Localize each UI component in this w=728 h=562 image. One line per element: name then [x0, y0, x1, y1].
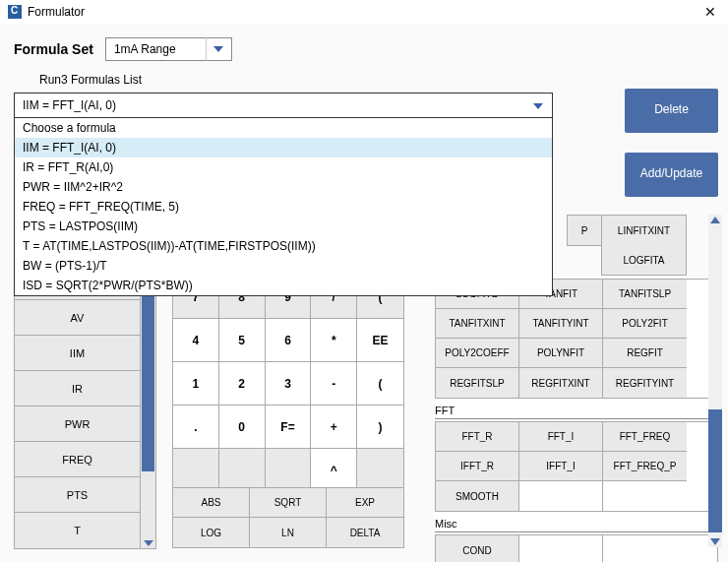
keypad-empty: [219, 449, 266, 492]
fn-tanfitxint[interactable]: TANFITXINT: [436, 309, 519, 339]
keypad-key[interactable]: 2: [219, 362, 266, 406]
formula-option[interactable]: FREQ = FFT_FREQ(TIME, 5): [15, 197, 552, 217]
formula-option[interactable]: IIM = FFT_I(AI, 0): [15, 138, 552, 157]
chevron-down-icon[interactable]: [206, 37, 231, 61]
formula-option[interactable]: T = AT(TIME,LASTPOS(IIM))-AT(TIME,FIRSTP…: [15, 236, 552, 256]
keypad-key[interactable]: 6: [266, 319, 312, 362]
chevron-down-icon[interactable]: [524, 94, 552, 119]
fn-tanfityint[interactable]: TANFITYINT: [519, 309, 603, 339]
fn-poly2fit[interactable]: POLY2FIT: [603, 309, 687, 339]
keypad-key[interactable]: -: [311, 362, 357, 406]
formula-set-label: Formula Set: [14, 41, 93, 57]
fn-fft_freq_p[interactable]: FFT_FREQ_P: [603, 452, 687, 481]
fn-exp[interactable]: EXP: [327, 488, 403, 518]
fn-smooth[interactable]: SMOOTH: [436, 481, 519, 511]
formula-dropdown[interactable]: Choose a formulaIIM = FFT_I(AI, 0)IR = F…: [14, 117, 553, 296]
fn-polynfit[interactable]: POLYNFIT: [519, 339, 603, 368]
fft-functions-grid: FFT_RFFT_IFFT_FREQIFFT_RIFFT_IFFT_FREQ_P…: [435, 421, 718, 512]
keypad-key[interactable]: 3: [266, 362, 312, 406]
fn-poly2coeff[interactable]: POLY2COEFF: [436, 339, 519, 368]
formula-option[interactable]: IR = FFT_R(AI,0): [15, 157, 552, 177]
misc-functions-grid: COND: [435, 534, 718, 562]
variable-item[interactable]: PWR: [15, 406, 140, 442]
fn-log[interactable]: LOG: [173, 518, 250, 547]
keypad-key[interactable]: EE: [357, 319, 403, 362]
keypad-key[interactable]: (: [357, 362, 403, 406]
fn-ifft_r[interactable]: IFFT_R: [436, 452, 519, 481]
window-title: Formulator: [28, 5, 85, 19]
variable-list: AIAVIIMIRPWRFREQPTST: [14, 264, 156, 549]
variable-item[interactable]: FREQ: [15, 442, 140, 477]
delete-button[interactable]: Delete: [625, 89, 718, 133]
fn-regfit[interactable]: REGFIT: [603, 339, 687, 368]
fn-empty: [603, 481, 687, 511]
misc-section-label: Misc: [435, 516, 718, 532]
formula-select[interactable]: IIM = FFT_I(AI, 0): [14, 93, 553, 118]
basic-functions: ABSSQRTEXPLOGLNDELTA: [172, 487, 404, 548]
fn-regfityint[interactable]: REGFITYINT: [603, 368, 687, 398]
fn-cell[interactable]: LOGFITA: [601, 245, 687, 276]
formula-option[interactable]: BW = (PTS-1)/T: [15, 256, 552, 276]
formula-option[interactable]: PTS = LASTPOS(IIM): [15, 217, 552, 236]
app-icon: [8, 5, 22, 19]
keypad-empty: [357, 449, 403, 492]
fn-delta[interactable]: DELTA: [327, 518, 403, 547]
variable-item[interactable]: AV: [15, 300, 140, 336]
fn-ifft_i[interactable]: IFFT_I: [519, 452, 603, 481]
fn-ln[interactable]: LN: [250, 518, 327, 547]
fft-section-label: FFT: [435, 403, 718, 419]
fn-fft_i[interactable]: FFT_I: [519, 422, 603, 452]
formulas-list-label: Run3 Formulas List: [0, 67, 728, 93]
fn-empty: [519, 535, 603, 562]
keypad-empty: [266, 449, 312, 492]
formula-option[interactable]: PWR = IIM^2+IR^2: [15, 177, 552, 197]
formula-current: IIM = FFT_I(AI, 0): [15, 94, 524, 117]
title-bar: Formulator ✕: [0, 0, 728, 24]
formula-option[interactable]: Choose a formula: [15, 118, 552, 138]
right-scrollbar[interactable]: [708, 215, 722, 547]
keypad-empty: [173, 449, 219, 492]
formula-set-select[interactable]: 1mA Range: [105, 37, 232, 61]
formula-set-value: 1mA Range: [106, 42, 206, 56]
keypad-key[interactable]: +: [311, 406, 357, 449]
fn-sqrt[interactable]: SQRT: [250, 488, 327, 518]
keypad-key[interactable]: .: [173, 406, 219, 449]
fn-abs[interactable]: ABS: [173, 488, 250, 518]
add-update-button[interactable]: Add/Update: [625, 153, 718, 197]
fn-fft_freq[interactable]: FFT_FREQ: [603, 422, 687, 452]
keypad-key[interactable]: *: [311, 319, 357, 362]
variable-item[interactable]: PTS: [15, 477, 140, 513]
arrow-down-icon[interactable]: [710, 538, 720, 545]
fn-empty: [519, 481, 603, 511]
fn-tanfitslp[interactable]: TANFITSLP: [603, 280, 687, 309]
variable-item[interactable]: T: [15, 513, 140, 548]
formula-option[interactable]: ISD = SQRT(2*PWR/(PTS*BW)): [15, 276, 552, 295]
fn-regfitslp[interactable]: REGFITSLP: [436, 368, 519, 398]
fn-empty: [603, 535, 687, 562]
variable-scrollbar[interactable]: [140, 265, 155, 548]
keypad-key[interactable]: F=: [266, 406, 312, 449]
keypad-key[interactable]: ): [357, 406, 403, 449]
arrow-up-icon[interactable]: [710, 217, 720, 223]
fn-cond[interactable]: COND: [436, 535, 519, 562]
arrow-down-icon[interactable]: [144, 540, 153, 546]
fn-fft_r[interactable]: FFT_R: [436, 422, 519, 452]
variable-item[interactable]: IIM: [15, 336, 140, 371]
fn-cell[interactable]: LINFITXINT: [602, 216, 686, 245]
variable-item[interactable]: IR: [15, 371, 140, 406]
fit-functions-grid: LOGFITBTANFITTANFITSLPTANFITXINTTANFITYI…: [435, 279, 718, 399]
keypad-key[interactable]: ^: [311, 449, 357, 492]
keypad-key[interactable]: 0: [219, 406, 266, 449]
fn-cell[interactable]: P: [568, 216, 602, 245]
keypad-key[interactable]: 5: [219, 319, 266, 362]
keypad-key[interactable]: 1: [173, 362, 219, 406]
scroll-thumb[interactable]: [708, 409, 722, 532]
close-icon[interactable]: ✕: [700, 4, 720, 20]
fn-regfitxint[interactable]: REGFITXINT: [519, 368, 603, 398]
keypad-key[interactable]: 4: [173, 319, 219, 362]
numeric-keypad: 789/(456*EE123-(.0F=+)^: [172, 275, 404, 493]
